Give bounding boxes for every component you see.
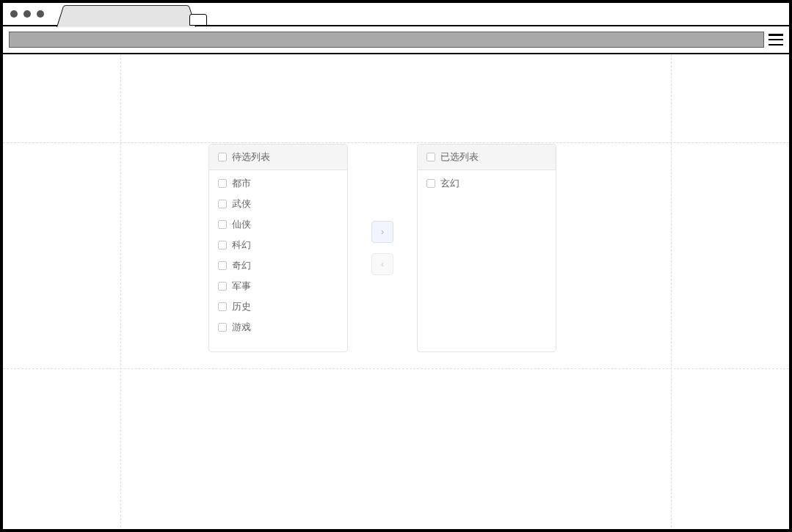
layout-guide <box>120 54 121 528</box>
item-label: 奇幻 <box>232 259 251 272</box>
window-control-dot[interactable] <box>10 10 18 18</box>
browser-tabbar <box>3 3 789 26</box>
list-item[interactable]: 游戏 <box>209 317 347 338</box>
list-item[interactable]: 玄幻 <box>418 173 556 194</box>
select-all-checkbox[interactable] <box>218 153 227 161</box>
page-content: 待选列表 都市武侠仙侠科幻奇幻军事历史游戏 › ‹ 已选列表 玄幻 <box>3 54 789 528</box>
list-item[interactable]: 历史 <box>209 296 347 317</box>
item-label: 玄幻 <box>440 177 459 190</box>
transfer-component: 待选列表 都市武侠仙侠科幻奇幻军事历史游戏 › ‹ 已选列表 玄幻 <box>208 144 556 352</box>
list-item[interactable]: 科幻 <box>209 235 347 255</box>
transfer-controls: › ‹ <box>371 221 393 275</box>
item-checkbox[interactable] <box>218 302 227 311</box>
url-bar[interactable] <box>9 32 764 48</box>
item-checkbox[interactable] <box>218 220 227 229</box>
item-checkbox[interactable] <box>218 241 227 249</box>
source-panel-header: 待选列表 <box>209 145 347 170</box>
menu-icon[interactable] <box>769 34 783 45</box>
window-control-dot[interactable] <box>23 10 31 18</box>
new-tab-button[interactable] <box>189 14 207 26</box>
source-panel: 待选列表 都市武侠仙侠科幻奇幻军事历史游戏 <box>208 144 348 352</box>
source-panel-title: 待选列表 <box>232 150 270 164</box>
move-right-button[interactable]: › <box>371 221 393 243</box>
item-checkbox[interactable] <box>426 179 435 188</box>
item-checkbox[interactable] <box>218 323 227 332</box>
item-label: 仙侠 <box>232 218 251 231</box>
item-checkbox[interactable] <box>218 179 227 188</box>
target-panel-title: 已选列表 <box>440 150 479 164</box>
item-checkbox[interactable] <box>218 200 227 208</box>
browser-tab[interactable] <box>57 5 196 27</box>
layout-guide <box>671 54 672 528</box>
source-list[interactable]: 都市武侠仙侠科幻奇幻军事历史游戏 <box>209 170 347 351</box>
item-label: 都市 <box>232 177 251 190</box>
list-item[interactable]: 奇幻 <box>209 255 347 276</box>
browser-toolbar <box>3 26 789 54</box>
move-left-button[interactable]: ‹ <box>371 253 393 275</box>
list-item[interactable]: 都市 <box>209 173 347 194</box>
target-panel-header: 已选列表 <box>418 145 556 170</box>
item-checkbox[interactable] <box>218 282 227 291</box>
item-label: 科幻 <box>232 238 251 252</box>
select-all-checkbox[interactable] <box>426 153 435 161</box>
list-item[interactable]: 武侠 <box>209 194 347 214</box>
target-panel: 已选列表 玄幻 <box>417 144 556 352</box>
item-label: 军事 <box>232 280 251 293</box>
window-control-dot[interactable] <box>37 10 44 18</box>
browser-window: 待选列表 都市武侠仙侠科幻奇幻军事历史游戏 › ‹ 已选列表 玄幻 <box>0 0 792 532</box>
item-label: 武侠 <box>232 197 251 211</box>
chevron-left-icon: ‹ <box>381 259 384 269</box>
item-label: 游戏 <box>232 321 251 334</box>
list-item[interactable]: 军事 <box>209 276 347 296</box>
item-label: 历史 <box>232 300 251 313</box>
list-item[interactable]: 仙侠 <box>209 214 347 235</box>
chevron-right-icon: › <box>381 227 384 237</box>
target-list[interactable]: 玄幻 <box>418 170 556 351</box>
item-checkbox[interactable] <box>218 261 227 270</box>
